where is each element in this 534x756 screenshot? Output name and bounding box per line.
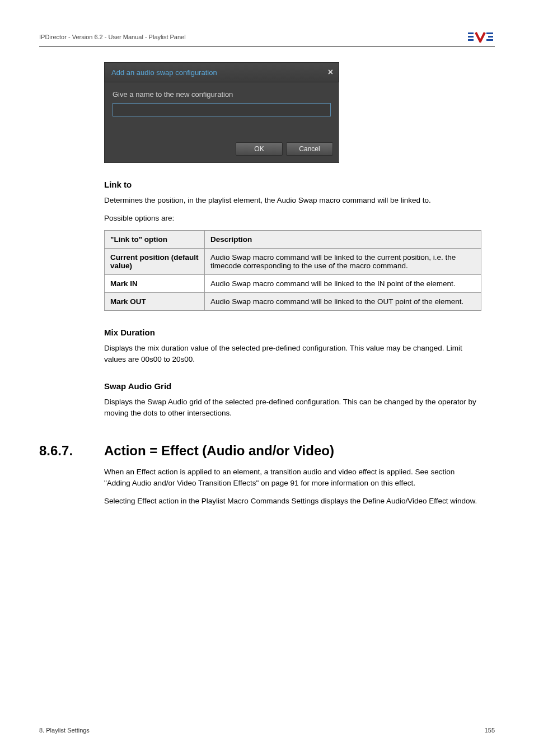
table-cell-label: Mark OUT	[105, 293, 205, 311]
ok-button[interactable]: OK	[236, 142, 283, 156]
config-name-input[interactable]	[113, 103, 331, 116]
dialog-label: Give a name to the new configuration	[113, 90, 331, 99]
mix-heading: Mix Duration	[104, 328, 481, 337]
svg-rect-1	[468, 36, 474, 38]
section-title: Action = Effect (Audio and/or Video)	[104, 443, 334, 459]
linkto-para1: Determines the position, in the playlist…	[104, 195, 481, 206]
linkto-heading: Link to	[104, 180, 481, 189]
linkto-table: "Link to" option Description Current pos…	[104, 230, 481, 311]
svg-rect-0	[468, 32, 474, 34]
table-cell-desc: Audio Swap macro command will be linked …	[205, 293, 481, 311]
swap-para: Displays the Swap Audio grid of the sele…	[104, 396, 481, 418]
linkto-para2: Possible options are:	[104, 213, 481, 224]
table-row: Mark OUT Audio Swap macro command will b…	[105, 293, 481, 311]
cancel-button[interactable]: Cancel	[286, 142, 333, 156]
footer-left: 8. Playlist Settings	[39, 727, 90, 734]
table-cell-label: Mark IN	[105, 275, 205, 293]
table-header-desc: Description	[205, 231, 481, 249]
table-cell-label: Current position (default value)	[105, 249, 205, 275]
svg-rect-2	[468, 39, 474, 41]
mix-para: Displays the mix duration value of the s…	[104, 343, 481, 365]
table-header-option: "Link to" option	[105, 231, 205, 249]
section-para1: When an Effect action is applied to an e…	[104, 466, 481, 488]
svg-rect-4	[488, 36, 493, 38]
svg-rect-3	[486, 32, 493, 34]
swap-heading: Swap Audio Grid	[104, 381, 481, 391]
svg-rect-5	[486, 39, 493, 41]
footer-page: 155	[485, 727, 495, 734]
header-text: IPDirector - Version 6.2 - User Manual -…	[39, 34, 186, 40]
table-row: Current position (default value) Audio S…	[105, 249, 481, 275]
table-cell-desc: Audio Swap macro command will be linked …	[205, 249, 481, 275]
dialog-title-text: Add an audio swap configuration	[111, 68, 217, 77]
table-cell-desc: Audio Swap macro command will be linked …	[205, 275, 481, 293]
evs-logo	[468, 31, 495, 43]
section-para2: Selecting Effect action in the Playlist …	[104, 496, 481, 507]
section-number: 8.6.7.	[39, 443, 104, 459]
table-row: Mark IN Audio Swap macro command will be…	[105, 275, 481, 293]
close-icon[interactable]: ×	[328, 67, 333, 77]
add-config-dialog: Add an audio swap configuration × Give a…	[104, 62, 339, 163]
